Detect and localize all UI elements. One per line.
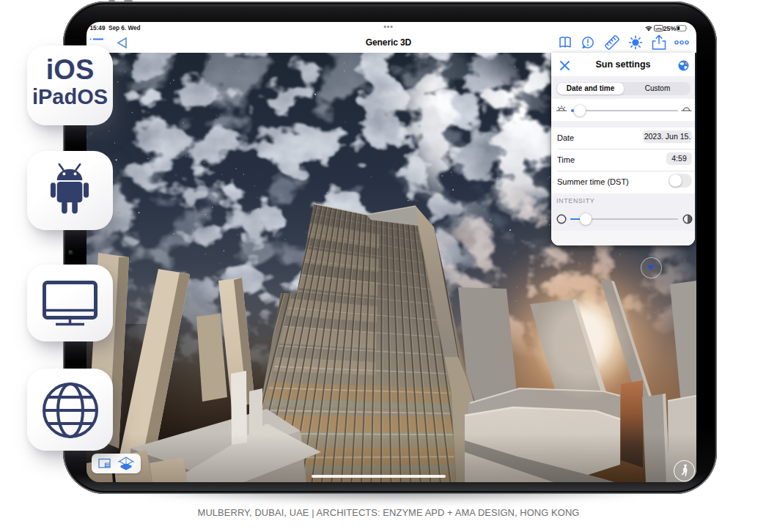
svg-text:VPN: VPN (655, 26, 662, 30)
svg-text:25%: 25% (663, 25, 677, 32)
